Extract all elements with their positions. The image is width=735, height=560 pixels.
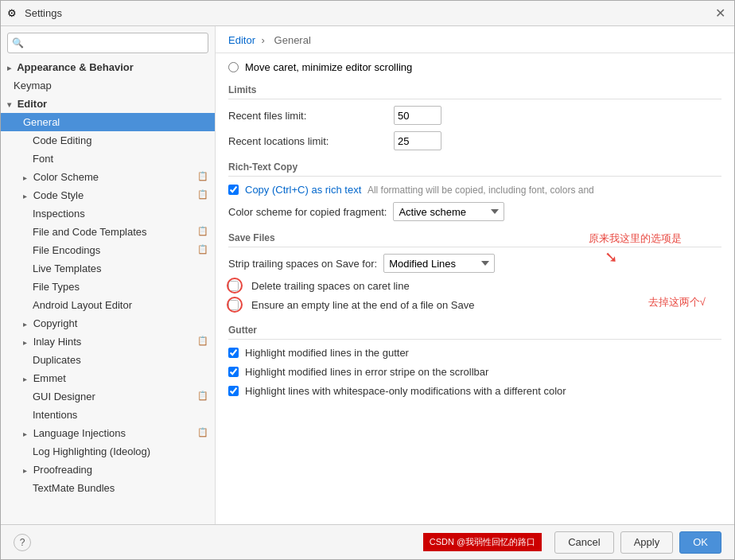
- arrow-icon: ▸: [23, 466, 27, 475]
- sidebar-item-label: Language Injections: [33, 427, 126, 439]
- sidebar-item-color-scheme[interactable]: ▸ Color Scheme 📋: [1, 168, 215, 186]
- sidebar-item-label: TextMate Bundles: [33, 482, 115, 494]
- sidebar-item-file-types[interactable]: File Types: [1, 278, 215, 296]
- highlight-whitespace-row: Highlight lines with whitespace-only mod…: [228, 384, 721, 399]
- recent-files-row: Recent files limit:: [228, 106, 721, 125]
- breadcrumb-parent[interactable]: Editor: [228, 34, 255, 46]
- sidebar-item-label: Live Templates: [33, 262, 101, 274]
- sidebar-item-code-editing[interactable]: Code Editing: [1, 131, 215, 150]
- sidebar-item-inlay-hints[interactable]: ▸ Inlay Hints 📋: [1, 332, 215, 351]
- arrow-icon: ▸: [23, 320, 27, 329]
- search-input[interactable]: [7, 33, 208, 53]
- recent-locations-row: Recent locations limit:: [228, 131, 721, 150]
- sidebar-item-label: General: [23, 116, 60, 128]
- ensure-empty-line-container: Ensure an empty line at the end of a fil…: [228, 298, 721, 313]
- sidebar-item-label: Keymap: [14, 80, 52, 91]
- close-button[interactable]: ✕: [712, 6, 728, 21]
- sidebar-item-textmate[interactable]: TextMate Bundles: [1, 479, 215, 497]
- strip-trailing-row: Strip trailing spaces on Save for: None …: [228, 254, 721, 273]
- sidebar-item-editor[interactable]: ▾ Editor: [1, 95, 215, 113]
- sidebar-item-appearance[interactable]: ▸ Appearance & Behavior: [1, 58, 215, 76]
- sidebar-item-font[interactable]: Font: [1, 150, 215, 168]
- sidebar-item-label: Code Style: [33, 189, 84, 201]
- copy-icon: 📋: [197, 391, 208, 401]
- move-caret-label: Move caret, minimize editor scrolling: [245, 61, 412, 73]
- arrow-icon: ▸: [7, 64, 11, 72]
- sidebar-item-copyright[interactable]: ▸ Copyright: [1, 314, 215, 332]
- sidebar-item-label: File and Code Templates: [33, 226, 147, 238]
- highlight-whitespace-label: Highlight lines with whitespace-only mod…: [245, 384, 566, 399]
- highlight-error-row: Highlight modified lines in error stripe…: [228, 365, 721, 379]
- sidebar-item-language-injections[interactable]: ▸ Language Injections 📋: [1, 424, 215, 442]
- recent-files-input[interactable]: [394, 106, 441, 125]
- sidebar-item-log-highlighting[interactable]: Log Highlighting (Ideolog): [1, 442, 215, 461]
- ensure-empty-line-label: Ensure an empty line at the end of a fil…: [251, 298, 474, 313]
- gutter-section: Gutter: [228, 325, 721, 340]
- sidebar-item-file-encodings[interactable]: File Encodings 📋: [1, 241, 215, 259]
- arrow-icon: ▸: [23, 430, 27, 438]
- settings-window: ⚙ Settings ✕ 🔍 ▸ Appearance & Behavior K…: [0, 0, 735, 560]
- search-box: 🔍: [1, 26, 215, 58]
- sidebar-item-label: Inspections: [33, 208, 85, 220]
- move-caret-radio[interactable]: [228, 62, 239, 72]
- arrow-icon: ▸: [23, 192, 27, 200]
- sidebar-item-duplicates[interactable]: Duplicates: [1, 351, 215, 369]
- help-button[interactable]: ?: [14, 534, 31, 551]
- sidebar-item-code-style[interactable]: ▸ Code Style 📋: [1, 186, 215, 204]
- copy-icon: 📋: [197, 189, 208, 200]
- copy-icon: 📋: [197, 244, 208, 255]
- sidebar-item-label: Duplicates: [33, 354, 81, 366]
- search-wrapper: 🔍: [7, 33, 208, 53]
- search-icon: 🔍: [12, 37, 24, 49]
- rich-text-copy-section: Rich-Text Copy: [228, 161, 721, 177]
- ok-button[interactable]: OK: [679, 531, 721, 554]
- highlight-modified-checkbox[interactable]: [228, 348, 239, 358]
- main-content: 🔍 ▸ Appearance & Behavior Keymap ▾ Edito…: [1, 26, 734, 524]
- window-title: Settings: [25, 7, 712, 19]
- sidebar-item-label: Emmet: [33, 372, 66, 384]
- annotation-chinese: 原来我这里的选项是: [589, 231, 682, 246]
- title-bar: ⚙ Settings ✕: [1, 1, 734, 26]
- highlight-modified-label: Highlight modified lines in the gutter: [245, 346, 409, 360]
- sidebar-item-label: Appearance & Behavior: [17, 61, 134, 73]
- sidebar-item-general[interactable]: General: [1, 113, 215, 131]
- copy-rich-text-row: Copy (Ctrl+C) as rich text All formattin…: [228, 183, 721, 197]
- sidebar-item-android-layout[interactable]: Android Layout Editor: [1, 296, 215, 314]
- sidebar-item-proofreading[interactable]: ▸ Proofreading: [1, 461, 215, 479]
- panel-content: Move caret, minimize editor scrolling Li…: [216, 53, 734, 524]
- copy-icon: 📋: [197, 171, 208, 181]
- sidebar-item-gui-designer[interactable]: GUI Designer 📋: [1, 387, 215, 406]
- ensure-empty-line-checkbox[interactable]: [228, 300, 239, 310]
- sidebar-item-label: Log Highlighting (Ideolog): [33, 445, 150, 457]
- recent-locations-input[interactable]: [394, 131, 441, 150]
- sidebar-item-label: GUI Designer: [33, 391, 95, 402]
- arrow-icon: ▸: [23, 173, 27, 182]
- apply-button[interactable]: Apply: [620, 531, 674, 554]
- sidebar-item-file-code-templates[interactable]: File and Code Templates 📋: [1, 223, 215, 241]
- sidebar-item-live-templates[interactable]: Live Templates: [1, 259, 215, 278]
- sidebar-item-inspections[interactable]: Inspections: [1, 204, 215, 223]
- cancel-button[interactable]: Cancel: [554, 531, 613, 554]
- copy-rich-text-label: Copy (Ctrl+C) as rich text All formattin…: [245, 183, 594, 197]
- copy-rich-text-hint: All formatting will be copied, including…: [368, 185, 594, 196]
- copy-rich-text-checkbox[interactable]: [228, 185, 239, 195]
- sidebar-item-keymap[interactable]: Keymap: [1, 76, 215, 95]
- delete-trailing-checkbox[interactable]: [228, 281, 239, 291]
- copy-rich-text-blue-label: Copy (Ctrl+C) as rich text: [245, 184, 361, 196]
- strip-trailing-container: 原来我这里的选项是 ➘ Strip trailing spaces on Sav…: [228, 254, 721, 273]
- strip-trailing-select[interactable]: None All Modified Lines: [383, 254, 495, 273]
- color-scheme-select[interactable]: Active scheme Default Custom: [393, 202, 504, 221]
- sidebar-item-intentions[interactable]: Intentions: [1, 406, 215, 424]
- highlight-error-checkbox[interactable]: [228, 367, 239, 377]
- copy-icon: 📋: [197, 336, 208, 346]
- arrow-icon: ▸: [23, 375, 27, 383]
- window-icon: ⚙: [7, 7, 20, 20]
- sidebar-item-label: Inlay Hints: [33, 336, 82, 348]
- delete-trailing-row: Delete trailing spaces on caret line: [228, 279, 721, 294]
- arrow-icon: ▸: [23, 338, 27, 347]
- bottom-bar: ? CSDN @我弱性回忆的路口 Cancel Apply OK: [1, 524, 734, 559]
- highlight-whitespace-checkbox[interactable]: [228, 386, 239, 396]
- highlight-modified-row: Highlight modified lines in the gutter: [228, 346, 721, 360]
- sidebar-item-emmet[interactable]: ▸ Emmet: [1, 369, 215, 387]
- settings-tree: ▸ Appearance & Behavior Keymap ▾ Editor …: [1, 58, 215, 524]
